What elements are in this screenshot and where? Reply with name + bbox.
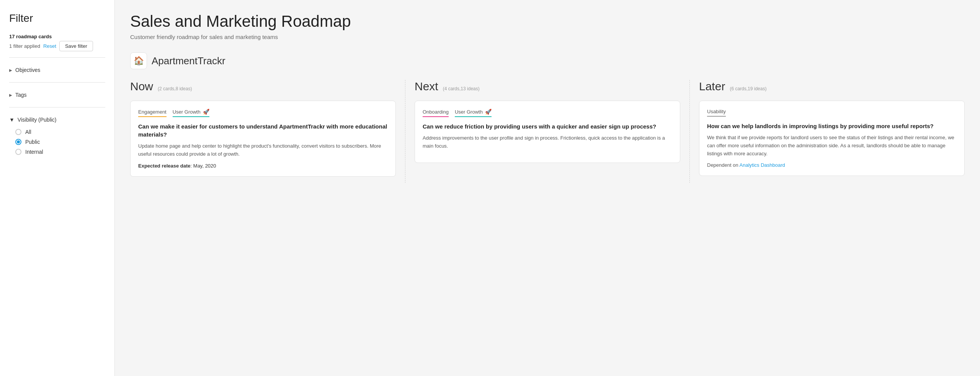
card-1-tag-usergrowth-icon: 🚀	[203, 109, 209, 115]
card-1-tag-engagement[interactable]: Engagement	[138, 109, 167, 117]
card-2-body: Address improvements to the user profile…	[423, 134, 672, 150]
card-2-tag-usergrowth[interactable]: User Growth 🚀	[455, 109, 492, 117]
product-header: 🏠 ApartmentTrackr	[130, 52, 965, 69]
tags-arrow: ▶	[9, 93, 12, 97]
radio-all-label: All	[25, 129, 31, 135]
radio-option-public[interactable]: Public	[15, 139, 105, 145]
product-name: ApartmentTrackr	[152, 55, 225, 67]
radio-internal	[15, 149, 21, 155]
card-1-tag-usergrowth[interactable]: User Growth 🚀	[173, 109, 209, 117]
card-1-footer-value: May, 2020	[193, 163, 216, 169]
filter-applied-text: 1 filter applied	[9, 43, 40, 49]
card-1-title: Can we make it easier for customers to u…	[138, 122, 388, 138]
column-now-title: Now	[130, 80, 153, 93]
product-icon: 🏠	[130, 52, 147, 69]
visibility-arrow: ▼	[9, 117, 15, 123]
tags-section: ▶ Tags	[9, 89, 105, 101]
objectives-header[interactable]: ▶ Objectives	[9, 64, 105, 76]
column-later: Later (6 cards,19 ideas) Usability How c…	[699, 80, 965, 183]
objectives-section: ▶ Objectives	[9, 64, 105, 76]
radio-public-label: Public	[25, 139, 40, 145]
column-later-title: Later	[699, 80, 725, 93]
radio-option-all[interactable]: All	[15, 129, 105, 135]
visibility-section: ▼ Visibility (Public) All Public Interna…	[9, 114, 105, 155]
card-3: Usability How can we help landlords in i…	[699, 101, 965, 176]
save-filter-button[interactable]: Save filter	[59, 41, 93, 51]
visibility-header[interactable]: ▼ Visibility (Public)	[9, 114, 105, 126]
radio-option-internal[interactable]: Internal	[15, 149, 105, 155]
column-now-meta: (2 cards,8 ideas)	[158, 86, 192, 91]
card-2-tags: Onboarding User Growth 🚀	[423, 109, 672, 117]
column-next-header: Next (4 cards,13 ideas)	[415, 80, 680, 93]
divider-1	[9, 57, 105, 58]
card-1-body: Update home page and help center to high…	[138, 142, 388, 158]
column-now-header: Now (2 cards,8 ideas)	[130, 80, 396, 93]
card-1-tag-usergrowth-label: User Growth	[173, 109, 201, 115]
card-1: Engagement User Growth 🚀 Can we make it …	[130, 101, 396, 177]
card-1-tag-engagement-label: Engagement	[138, 109, 167, 115]
column-next: Next (4 cards,13 ideas) Onboarding User …	[415, 80, 690, 183]
sidebar-title: Filter	[9, 12, 105, 24]
filter-meta: 17 roadmap cards 1 filter applied Reset …	[9, 34, 105, 51]
page-subtitle: Customer friendly roadmap for sales and …	[130, 34, 965, 40]
tags-label: Tags	[15, 92, 27, 98]
card-1-tags: Engagement User Growth 🚀	[138, 109, 388, 117]
roadmap-count: 17 roadmap cards	[9, 34, 105, 39]
divider-2	[9, 82, 105, 83]
card-2-tag-onboarding-label: Onboarding	[423, 109, 449, 115]
card-2-tag-onboarding[interactable]: Onboarding	[423, 109, 449, 117]
radio-public	[15, 139, 21, 145]
column-next-title: Next	[415, 80, 438, 93]
page-header: Sales and Marketing Roadmap Customer fri…	[130, 12, 965, 40]
card-3-tags: Usability	[707, 109, 957, 117]
radio-internal-label: Internal	[25, 149, 43, 155]
tags-header[interactable]: ▶ Tags	[9, 89, 105, 101]
columns: Now (2 cards,8 ideas) Engagement User Gr…	[130, 80, 965, 183]
card-1-footer-label: Expected release date	[138, 163, 191, 169]
sidebar: Filter 17 roadmap cards 1 filter applied…	[0, 0, 115, 376]
radio-all	[15, 129, 21, 135]
column-next-meta: (4 cards,13 ideas)	[443, 86, 480, 91]
objectives-label: Objectives	[15, 67, 40, 73]
card-3-analytics-link[interactable]: Analytics Dashboard	[740, 162, 785, 168]
column-later-meta: (6 cards,19 ideas)	[730, 86, 766, 91]
card-3-tag-usability-label: Usability	[707, 109, 726, 114]
main-content: Sales and Marketing Roadmap Customer fri…	[115, 0, 980, 376]
card-2-title: Can we reduce friction by providing user…	[423, 122, 672, 130]
divider-3	[9, 107, 105, 107]
column-later-header: Later (6 cards,19 ideas)	[699, 80, 965, 93]
card-3-dependent: Dependent on Analytics Dashboard	[707, 162, 957, 168]
card-3-dependent-label: Dependent on	[707, 162, 738, 168]
card-2: Onboarding User Growth 🚀 Can we reduce f…	[415, 101, 680, 163]
product-icon-emoji: 🏠	[134, 56, 144, 66]
card-2-tag-usergrowth-icon: 🚀	[485, 109, 492, 115]
card-3-body: We think that if we provide reports for …	[707, 134, 957, 158]
card-3-tag-usability[interactable]: Usability	[707, 109, 726, 117]
card-3-title: How can we help landlords in improving l…	[707, 122, 957, 130]
card-2-tag-usergrowth-label: User Growth	[455, 109, 483, 115]
page-title: Sales and Marketing Roadmap	[130, 12, 965, 31]
column-now: Now (2 cards,8 ideas) Engagement User Gr…	[130, 80, 405, 183]
reset-filter-link[interactable]: Reset	[43, 43, 56, 49]
visibility-options: All Public Internal	[9, 129, 105, 155]
visibility-label: Visibility (Public)	[18, 117, 57, 123]
card-1-footer: Expected release date: May, 2020	[138, 163, 388, 169]
objectives-arrow: ▶	[9, 68, 12, 72]
